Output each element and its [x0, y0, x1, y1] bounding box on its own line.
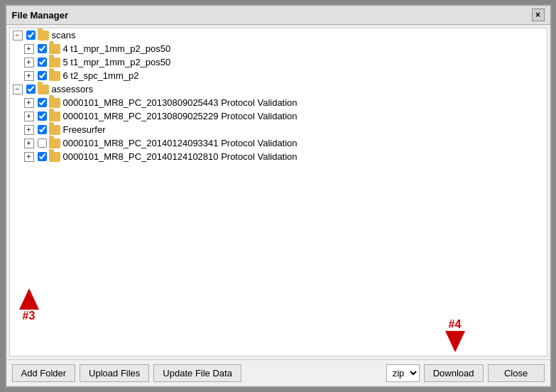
footer-right-controls: zip tar gz Download Close [386, 364, 545, 382]
file-manager-window: File Manager × −scans+4 t1_mpr_1mm_p2_po… [5, 4, 552, 388]
expander-assessors[interactable]: − [13, 85, 23, 94]
item-label-assessor1: 0000101_MR8_PC_20130809025443 Protocol V… [63, 97, 298, 108]
expander-assessor3[interactable]: + [24, 125, 34, 135]
item-label-scan3: 6 t2_spc_1mm_p2 [63, 70, 139, 81]
tree-item-scan1[interactable]: +4 t1_mpr_1mm_p2_pos50 [10, 42, 547, 55]
item-label-scans: scans [52, 30, 76, 40]
expander-scan2[interactable]: + [24, 58, 34, 67]
checkbox-assessor1[interactable] [38, 98, 47, 107]
folder-icon-assessor1 [49, 98, 60, 108]
item-label-assessor4: 0000101_MR8_PC_20140124093341 Protocol V… [63, 138, 298, 148]
tree-item-assessor3[interactable]: +Freesurfer [10, 123, 547, 136]
item-label-assessor5: 0000101_MR8_PC_20140124102810 Protocol V… [63, 151, 298, 162]
close-icon[interactable]: × [532, 9, 545, 21]
expander-assessor2[interactable]: + [24, 111, 34, 121]
folder-icon-scan1 [49, 44, 60, 54]
format-select-wrap[interactable]: zip tar gz [386, 364, 420, 382]
tree-item-scans[interactable]: −scans [10, 28, 547, 42]
checkbox-assessor3[interactable] [38, 125, 47, 134]
item-label-assessor2: 0000101_MR8_PC_20130809025229 Protocol V… [63, 111, 298, 121]
expander-assessor1[interactable]: + [24, 98, 34, 108]
add-folder-button[interactable]: Add Folder [12, 364, 76, 382]
item-label-assessor3: Freesurfer [63, 124, 106, 135]
download-button[interactable]: Download [424, 364, 484, 382]
expander-scans[interactable]: − [13, 31, 23, 40]
checkbox-scans[interactable] [26, 31, 36, 40]
tree-item-scan2[interactable]: +5 t1_mpr_1mm_p2_pos50 [10, 55, 547, 69]
tree-item-assessors[interactable]: −assessors [10, 82, 547, 96]
tree-item-assessor5[interactable]: +0000101_MR8_PC_20140124102810 Protocol … [10, 150, 547, 163]
tree-item-assessor4[interactable]: +0000101_MR8_PC_20140124093341 Protocol … [10, 136, 547, 150]
expander-assessor4[interactable]: + [24, 138, 34, 148]
folder-icon-assessor4 [49, 138, 60, 148]
expander-scan1[interactable]: + [24, 44, 34, 54]
window-title: File Manager [12, 10, 68, 21]
checkbox-scan1[interactable] [38, 44, 47, 53]
folder-icon-scans [38, 31, 49, 40]
item-label-scan1: 4 t1_mpr_1mm_p2_pos50 [63, 43, 171, 54]
checkbox-assessor5[interactable] [38, 152, 47, 161]
item-label-scan2: 5 t1_mpr_1mm_p2_pos50 [63, 57, 171, 67]
footer-left-buttons: Add Folder Upload Files Update File Data [12, 364, 241, 382]
checkbox-assessor4[interactable] [38, 138, 47, 148]
folder-icon-scan2 [49, 58, 60, 67]
title-bar: File Manager × [6, 6, 550, 25]
folder-icon-assessors [38, 85, 49, 94]
folder-icon-assessor5 [49, 152, 60, 162]
upload-files-button[interactable]: Upload Files [80, 364, 149, 382]
checkbox-scan3[interactable] [38, 71, 47, 80]
expander-assessor5[interactable]: + [24, 152, 34, 162]
tree-item-assessor1[interactable]: +0000101_MR8_PC_20130809025443 Protocol … [10, 96, 547, 109]
file-tree-area: −scans+4 t1_mpr_1mm_p2_pos50+5 t1_mpr_1m… [9, 28, 547, 356]
checkbox-assessor2[interactable] [38, 111, 47, 121]
expander-scan3[interactable]: + [24, 71, 34, 81]
update-file-data-button[interactable]: Update File Data [153, 364, 241, 382]
checkbox-assessors[interactable] [26, 85, 36, 94]
tree-item-assessor2[interactable]: +0000101_MR8_PC_20130809025229 Protocol … [10, 109, 547, 123]
folder-icon-scan3 [49, 71, 60, 81]
close-button[interactable]: Close [488, 364, 545, 382]
folder-icon-assessor3 [49, 125, 60, 135]
footer: Add Folder Upload Files Update File Data… [6, 359, 550, 386]
checkbox-scan2[interactable] [38, 58, 47, 67]
tree-item-scan3[interactable]: +6 t2_spc_1mm_p2 [10, 69, 547, 82]
folder-icon-assessor2 [49, 111, 60, 121]
format-select[interactable]: zip tar gz [387, 365, 419, 381]
item-label-assessors: assessors [52, 84, 94, 94]
